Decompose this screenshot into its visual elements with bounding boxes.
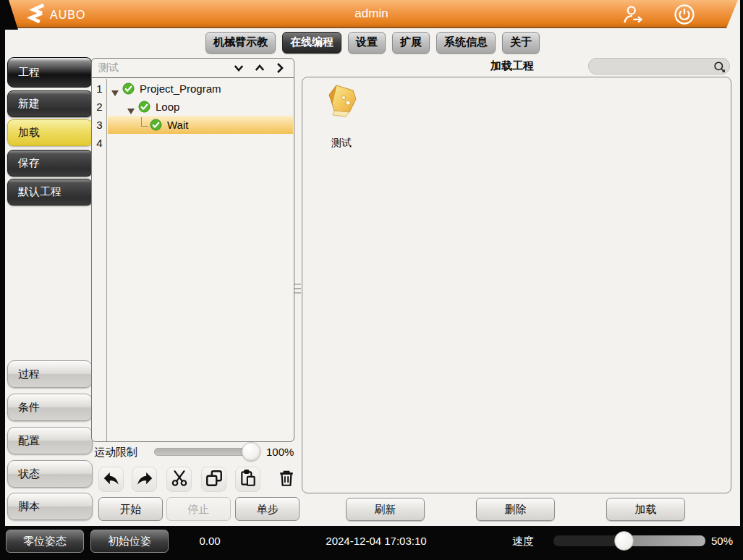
search-input[interactable]	[596, 59, 712, 73]
search-icon[interactable]	[713, 60, 726, 77]
zero-pose-button[interactable]: 零位姿态	[6, 530, 84, 553]
tree-row-project-program[interactable]: Project_Program	[108, 80, 293, 98]
line-number: 2	[92, 98, 107, 116]
sidebar-item-config[interactable]: 配置	[7, 427, 93, 454]
move-right-icon[interactable]	[273, 61, 286, 75]
load-button[interactable]: 加载	[606, 498, 685, 521]
start-button[interactable]: 开始	[98, 497, 163, 521]
motion-limit-slider-thumb[interactable]	[242, 442, 260, 461]
tab-about[interactable]: 关于	[502, 32, 540, 54]
sidebar-item-save[interactable]: 保存	[7, 150, 93, 177]
sidebar-item-script[interactable]: 脚本	[7, 493, 93, 520]
redo-icon	[135, 469, 154, 491]
delete-step-button[interactable]	[273, 467, 299, 492]
check-green-icon	[122, 82, 135, 95]
search-box	[588, 58, 730, 75]
speed-label: 速度	[512, 535, 534, 548]
program-name-field[interactable]: 测试	[98, 61, 232, 75]
tree-row-empty[interactable]	[108, 134, 293, 152]
speed-value: 50%	[711, 535, 733, 547]
tab-extensions[interactable]: 扩展	[392, 32, 430, 54]
copy-icon	[205, 469, 224, 491]
panel-splitter-handle[interactable]	[294, 282, 301, 295]
paste-button[interactable]	[235, 467, 260, 492]
line-number: 4	[92, 134, 107, 152]
status-timestamp: 2024-12-04 17:03:10	[286, 535, 467, 547]
title-bar: AUBO admin	[5, 0, 738, 28]
move-down-icon[interactable]	[232, 61, 246, 75]
program-tree-header: 测试	[92, 59, 294, 78]
motion-limit-label: 运动限制	[94, 446, 137, 459]
undo-button[interactable]	[98, 467, 124, 492]
tree-row-wait-selected[interactable]: Wait	[108, 116, 293, 134]
project-file-label: 测试	[318, 137, 365, 150]
project-file-list: 测试	[302, 77, 731, 493]
tree-node-label: Loop	[156, 101, 179, 113]
expander-icon[interactable]	[111, 86, 119, 92]
tree-row-loop[interactable]: Loop	[108, 98, 293, 116]
expander-icon[interactable]	[127, 104, 135, 110]
project-file-icon	[323, 108, 360, 120]
sidebar-item-process[interactable]: 过程	[7, 360, 93, 388]
tree-node-label: Project_Program	[140, 82, 221, 95]
move-up-icon[interactable]	[252, 61, 267, 75]
check-green-icon	[138, 101, 150, 113]
trash-icon	[277, 469, 296, 491]
tab-system-info[interactable]: 系统信息	[436, 32, 496, 54]
cut-button[interactable]	[166, 467, 192, 492]
line-number: 1	[92, 80, 107, 98]
main-tab-bar: 机械臂示教 在线编程 设置 扩展 系统信息 关于	[5, 32, 740, 54]
stop-button[interactable]: 停止	[166, 497, 231, 521]
sidebar-item-default-project[interactable]: 默认工程	[7, 179, 93, 205]
sidebar-item-status[interactable]: 状态	[7, 460, 93, 488]
init-pose-button[interactable]: 初始位姿	[90, 530, 169, 553]
tab-teach-pendant[interactable]: 机械臂示教	[205, 32, 276, 54]
sidebar-item-project[interactable]: 工程	[7, 57, 93, 88]
check-green-icon	[150, 119, 162, 131]
redo-button[interactable]	[132, 467, 157, 492]
motion-limit-value: 100%	[266, 446, 294, 458]
speed-slider-thumb[interactable]	[614, 531, 634, 551]
sidebar-item-condition[interactable]: 条件	[7, 394, 93, 421]
sidebar-item-new[interactable]: 新建	[7, 90, 93, 117]
step-button[interactable]: 单步	[235, 497, 300, 521]
tree-branch-connector	[141, 117, 148, 127]
line-number: 3	[92, 116, 107, 134]
scissors-icon	[170, 469, 189, 491]
delete-button[interactable]: 删除	[476, 498, 555, 521]
sidebar-item-load[interactable]: 加载	[7, 119, 93, 146]
status-value: 0.00	[184, 535, 235, 547]
program-tree-panel: 测试 1 2 3 4	[91, 58, 294, 442]
app-window: AUBO admin 机械臂示教 在线	[0, 0, 743, 560]
power-icon[interactable]	[673, 3, 696, 26]
tab-online-programming[interactable]: 在线编程	[282, 32, 341, 54]
tab-settings[interactable]: 设置	[348, 32, 386, 54]
paste-icon	[239, 469, 258, 491]
tree-node-label: Wait	[167, 119, 188, 131]
refresh-button[interactable]: 刷新	[346, 498, 425, 521]
copy-button[interactable]	[201, 467, 226, 492]
project-file-item[interactable]: 测试	[318, 83, 365, 150]
undo-icon	[102, 469, 121, 491]
logout-user-icon[interactable]	[621, 3, 644, 26]
